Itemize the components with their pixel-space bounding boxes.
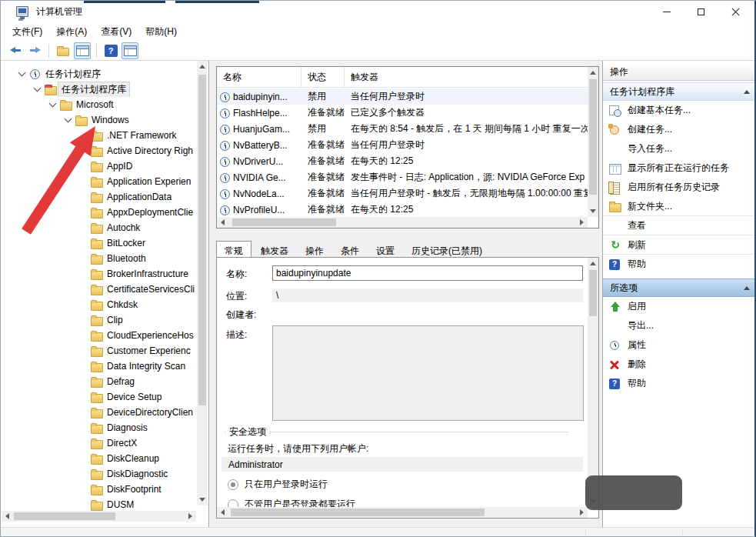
details-tab[interactable]: 设置: [368, 242, 402, 257]
task-row[interactable]: FlashHelpe... 准备就绪 已定义多个触发器: [217, 105, 588, 121]
tree-item[interactable]: Chkdsk: [1, 297, 197, 312]
task-row[interactable]: NvDriverU... 准备就绪 在每天的 12:25: [217, 153, 588, 169]
scroll-left-icon[interactable]: [5, 513, 9, 519]
expand-chevron-icon[interactable]: [62, 114, 75, 126]
forward-button[interactable]: [26, 42, 43, 59]
tree-item[interactable]: DeviceDirectoryClien: [1, 405, 197, 420]
scrollbar-thumb[interactable]: [589, 270, 597, 316]
menu-item[interactable]: 帮助(H): [138, 23, 184, 41]
details-tab[interactable]: 触发器: [253, 242, 296, 257]
tree-item[interactable]: DiskFootprint: [1, 482, 197, 497]
tree-item[interactable]: Active Directory Righ: [1, 143, 197, 158]
tree-item[interactable]: ApplicationData: [1, 189, 197, 205]
tree-item[interactable]: 任务计划程序库: [1, 82, 197, 97]
help-button[interactable]: ?: [102, 42, 119, 59]
tree-item[interactable]: CertificateServicesCli: [1, 282, 197, 297]
tree-item[interactable]: Application Experien: [1, 174, 197, 189]
tree-item[interactable]: Clip: [1, 312, 197, 328]
task-description-box[interactable]: [272, 325, 584, 421]
task-name-input[interactable]: [272, 265, 583, 281]
tree-item[interactable]: Diagnosis: [1, 420, 197, 435]
action-item[interactable]: 显示所有正在运行的任务: [603, 158, 756, 178]
task-row[interactable]: NvNodeLa... 准备就绪 当任何用户登录时 - 触发后，无限期地每隔 1…: [217, 185, 588, 202]
maximize-button[interactable]: [684, 1, 718, 22]
details-tab[interactable]: 历史记录(已禁用): [404, 242, 490, 257]
scroll-down-icon[interactable]: [199, 498, 205, 502]
minimize-button[interactable]: [649, 1, 684, 22]
tree-item[interactable]: DiskCleanup: [1, 451, 197, 466]
tree-item[interactable]: Windows: [1, 112, 197, 128]
action-item[interactable]: 帮助: [603, 255, 756, 274]
action-item[interactable]: 导出...: [603, 316, 756, 335]
scroll-down-icon[interactable]: [590, 209, 596, 213]
action-item[interactable]: 属性: [603, 335, 756, 355]
task-row[interactable]: baidupinyin... 禁用 当任何用户登录时: [217, 88, 588, 105]
scroll-up-icon[interactable]: [199, 65, 205, 68]
details-horizontal-scrollbar[interactable]: [217, 507, 588, 518]
expand-chevron-icon[interactable]: [32, 83, 44, 95]
action-item[interactable]: 查看: [603, 216, 756, 235]
show-action-pane-button[interactable]: [122, 42, 138, 59]
expand-chevron-icon[interactable]: [16, 68, 28, 80]
scroll-right-icon[interactable]: [580, 509, 584, 515]
task-row[interactable]: NvProfileU... 准备就绪 在每天的 12:25: [217, 202, 588, 217]
action-item[interactable]: 导入任务...: [603, 139, 756, 158]
selected-item-section-header[interactable]: 所选项: [603, 279, 756, 297]
scroll-right-icon[interactable]: [188, 513, 192, 519]
expand-chevron-icon[interactable]: [47, 98, 59, 111]
task-row[interactable]: HuanjuGam... 禁用 在每天的 8:54 - 触发后，在 1 天 期间…: [217, 121, 588, 137]
tree-item[interactable]: .NET Framework: [1, 128, 197, 143]
action-item[interactable]: 帮助: [603, 374, 756, 393]
menu-item[interactable]: 查看(V): [94, 23, 138, 41]
scroll-left-icon[interactable]: [221, 219, 225, 225]
scrollbar-thumb[interactable]: [232, 218, 336, 226]
task-list-vertical-scrollbar[interactable]: [588, 67, 598, 217]
action-item[interactable]: 刷新: [603, 235, 756, 255]
tree-item[interactable]: DUSM: [1, 497, 197, 512]
tree-item[interactable]: AppxDeploymentClie: [1, 205, 197, 220]
back-button[interactable]: [7, 42, 24, 59]
tree-item[interactable]: Bluetooth: [1, 251, 197, 266]
scroll-up-icon[interactable]: [590, 71, 596, 75]
radio-run-when-logged-on[interactable]: 只在用户登录时运行: [228, 478, 328, 491]
task-list-horizontal-scrollbar[interactable]: [217, 217, 588, 228]
tree-item[interactable]: Autochk: [1, 220, 197, 235]
collapse-icon[interactable]: [744, 90, 750, 94]
library-section-header[interactable]: 任务计划程序库: [603, 82, 756, 101]
details-tab[interactable]: 条件: [333, 242, 367, 257]
menu-item[interactable]: 操作(A): [49, 23, 94, 41]
export-list-button[interactable]: [55, 42, 72, 59]
tree-item[interactable]: DirectX: [1, 435, 197, 451]
details-tab[interactable]: 常规: [216, 241, 251, 257]
column-header-name[interactable]: 名称: [217, 67, 301, 87]
scroll-up-icon[interactable]: [590, 262, 596, 265]
show-console-tree-button[interactable]: [74, 42, 91, 59]
action-item[interactable]: 启用所有任务历史记录: [603, 178, 756, 197]
details-tab[interactable]: 操作: [298, 242, 331, 257]
column-header-trigger[interactable]: 触发器: [345, 67, 598, 87]
tree-horizontal-scrollbar[interactable]: [2, 511, 196, 522]
action-item[interactable]: 新文件夹...: [603, 197, 756, 216]
tree-item[interactable]: BrokerInfrastructure: [1, 266, 197, 282]
tree-item[interactable]: Defrag: [1, 374, 197, 389]
action-item[interactable]: 删除: [603, 355, 756, 374]
tree-item[interactable]: CloudExperienceHos: [1, 328, 197, 343]
action-item[interactable]: 创建任务...: [603, 120, 756, 139]
scrollbar-thumb[interactable]: [198, 75, 206, 405]
tree-item[interactable]: AppID: [1, 158, 197, 174]
tree-item[interactable]: Device Setup: [1, 389, 197, 405]
task-row[interactable]: NvBatteryB... 准备就绪 当任何用户登录时: [217, 137, 588, 153]
scrollbar-thumb[interactable]: [14, 512, 115, 520]
scroll-right-icon[interactable]: [580, 219, 584, 225]
action-item[interactable]: 启用: [603, 297, 756, 316]
task-row[interactable]: NVIDIA Ge... 准备就绪 发生事件时 - 日志: Applicatio…: [217, 169, 588, 185]
tree-item[interactable]: 任务计划程序: [1, 66, 197, 82]
action-item[interactable]: 创建基本任务...: [603, 101, 756, 120]
column-header-status[interactable]: 状态: [301, 67, 345, 87]
tree-vertical-scrollbar[interactable]: [197, 61, 208, 505]
close-button[interactable]: [718, 1, 753, 22]
tree-item[interactable]: DiskDiagnostic: [1, 466, 197, 482]
scrollbar-thumb[interactable]: [589, 79, 597, 195]
tree-item[interactable]: Customer Experienc: [1, 343, 197, 359]
tree-item[interactable]: Data Integrity Scan: [1, 359, 197, 374]
